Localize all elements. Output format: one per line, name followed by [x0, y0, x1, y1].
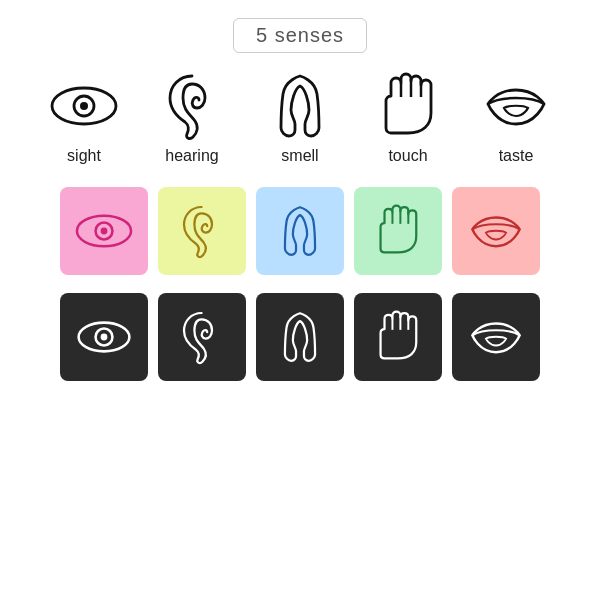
svg-point-14: [101, 334, 108, 341]
taste-dark-tile: [452, 293, 540, 381]
touch-icon-outline: [368, 71, 448, 141]
smell-icon-outline: [260, 71, 340, 141]
sight-icon-outline: [44, 71, 124, 141]
taste-color-tile: [452, 187, 540, 275]
sight-dark-tile: [60, 293, 148, 381]
touch-color-tile: [354, 187, 442, 275]
hearing-label: hearing: [165, 147, 218, 165]
taste-item: taste: [471, 71, 561, 165]
touch-label: touch: [388, 147, 427, 165]
smell-dark-tile: [256, 293, 344, 381]
dark-tiles-row: [60, 293, 540, 381]
smell-label: smell: [281, 147, 318, 165]
hearing-color-tile: [158, 187, 246, 275]
page-title: 5 senses: [233, 18, 367, 53]
smell-color-tile: [256, 187, 344, 275]
hearing-item: hearing: [147, 71, 237, 165]
hearing-dark-tile: [158, 293, 246, 381]
sight-label: sight: [67, 147, 101, 165]
svg-point-8: [101, 228, 108, 235]
svg-point-2: [80, 102, 88, 110]
taste-label: taste: [499, 147, 534, 165]
touch-item: touch: [363, 71, 453, 165]
touch-dark-tile: [354, 293, 442, 381]
sight-color-tile: [60, 187, 148, 275]
hearing-icon-outline: [152, 71, 232, 141]
colored-tiles-row: [60, 187, 540, 275]
sight-item: sight: [39, 71, 129, 165]
smell-item: smell: [255, 71, 345, 165]
taste-icon-outline: [476, 71, 556, 141]
outline-icons-row: sight hearing smell: [39, 71, 561, 165]
